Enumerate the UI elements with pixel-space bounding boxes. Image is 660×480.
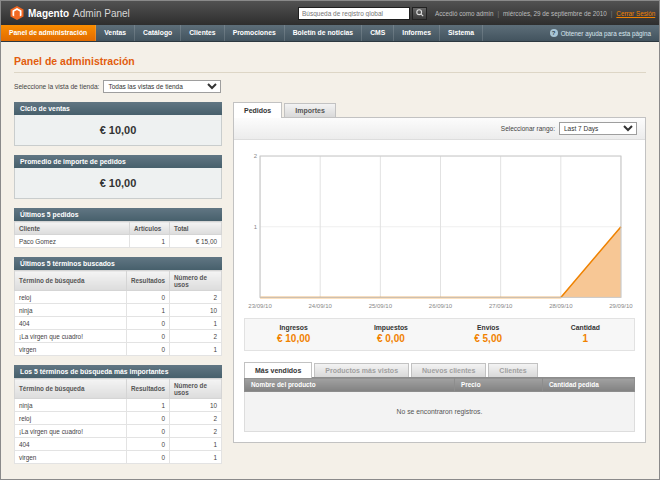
last-search-table: Término de búsqueda Resultados Número de…: [14, 270, 222, 356]
table-row[interactable]: ninja110: [15, 304, 222, 317]
current-date: miércoles, 29 de septiembre de 2010: [503, 10, 607, 17]
svg-text:1: 1: [254, 224, 258, 230]
table-row[interactable]: ¡La virgen que cuadro!02: [15, 425, 222, 438]
column-header: Total: [170, 222, 222, 235]
help-link[interactable]: ? Obtener ayuda para esta página: [542, 25, 659, 41]
bestsellers-table: Nombre del producto Precio Cantidad pedi…: [244, 377, 635, 432]
separator: |: [497, 10, 499, 17]
svg-text:25/09/10: 25/09/10: [369, 303, 393, 309]
products-tabs: Más vendidos Productos más vistos Nuevos…: [244, 362, 635, 377]
store-switcher-label: Seleccione la vista de tienda:: [14, 83, 99, 90]
top-header: Magento Admin Panel Accedió como admin |…: [1, 1, 659, 25]
orders-panel: Seleccionar rango: Last 7 Days 1223/09/1…: [233, 117, 646, 443]
column-header: Número de usos: [170, 271, 222, 291]
lifetime-sales-value: € 10,00: [14, 115, 222, 146]
table-row[interactable]: reloj02: [15, 412, 222, 425]
nav-item-cms[interactable]: CMS: [362, 25, 394, 41]
nav-item-reports[interactable]: Informes: [394, 25, 440, 41]
range-label: Seleccionar rango:: [501, 125, 555, 132]
brand-subtitle: Admin Panel: [73, 8, 130, 19]
column-header: Precio: [455, 378, 543, 392]
table-row[interactable]: virgen01: [15, 343, 222, 356]
table-row[interactable]: Paco Gomez 1 € 15,00: [15, 235, 222, 248]
global-search-button[interactable]: [412, 7, 427, 20]
average-orders-value: € 10,00: [14, 168, 222, 199]
column-header: Término de búsqueda: [15, 271, 127, 291]
chart-area: 1223/09/1024/09/1025/09/1026/09/1027/09/…: [234, 140, 645, 315]
global-search-input[interactable]: [298, 7, 410, 20]
page-content: Panel de administración Seleccione la vi…: [1, 42, 659, 473]
column-header: Resultados: [127, 271, 170, 291]
session-info: Accedió como admin | miércoles, 29 de se…: [435, 10, 655, 17]
logged-in-text: Accedió como admin: [435, 10, 493, 17]
total-shipping: Envíos € 5,00: [440, 319, 537, 350]
svg-text:24/09/10: 24/09/10: [309, 303, 333, 309]
svg-text:23/09/10: 23/09/10: [248, 303, 272, 309]
dashboard-left-column: Ciclo de ventas € 10,00 Promedio de impo…: [14, 102, 222, 473]
lifetime-sales-card: Ciclo de ventas € 10,00: [14, 102, 222, 146]
column-header: Término de búsqueda: [15, 379, 127, 399]
separator: |: [611, 10, 613, 17]
average-orders-title: Promedio de importe de pedidos: [14, 155, 222, 168]
column-header: Cliente: [15, 222, 130, 235]
nav-item-sales[interactable]: Ventas: [96, 25, 135, 41]
table-row[interactable]: reloj02: [15, 291, 222, 304]
empty-message: No se encontraron registros.: [245, 392, 635, 432]
store-view-select[interactable]: Todas las vistas de tienda: [103, 80, 221, 93]
tab-amounts[interactable]: Importes: [284, 103, 336, 117]
total-tax: Impuestos € 0,00: [342, 319, 439, 350]
top-search-card: Los 5 términos de búsqueda más important…: [14, 365, 222, 464]
last-orders-table: Cliente Artículos Total Paco Gomez 1 € 1…: [14, 221, 222, 248]
range-bar: Seleccionar rango: Last 7 Days: [234, 118, 645, 140]
svg-text:2: 2: [254, 153, 258, 159]
top-search-title: Los 5 términos de búsqueda más important…: [14, 365, 222, 378]
svg-text:28/09/10: 28/09/10: [549, 303, 573, 309]
main-nav: Panel de administración Ventas Catálogo …: [1, 25, 659, 42]
page-title: Panel de administración: [14, 55, 646, 67]
tab-customers[interactable]: Clientes: [488, 363, 537, 377]
orders-chart: 1223/09/1024/09/1025/09/1026/09/1027/09/…: [244, 148, 635, 313]
help-label: Obtener ayuda para esta página: [561, 30, 651, 37]
last-search-card: Últimos 5 términos buscados Término de b…: [14, 257, 222, 356]
table-row[interactable]: 40401: [15, 317, 222, 330]
magento-logo-icon: [10, 6, 24, 20]
store-switcher: Seleccione la vista de tienda: Todas las…: [14, 80, 646, 93]
column-header: Artículos: [130, 222, 170, 235]
tab-new-customers[interactable]: Nuevos clientes: [411, 363, 486, 377]
last-orders-title: Últimos 5 pedidos: [14, 208, 222, 221]
range-select[interactable]: Last 7 Days: [559, 122, 637, 135]
table-row[interactable]: 40401: [15, 438, 222, 451]
nav-item-system[interactable]: Sistema: [440, 25, 483, 41]
column-header: Número de usos: [170, 379, 222, 399]
total-quantity: Cantidad 1: [537, 319, 634, 350]
column-header: Resultados: [127, 379, 170, 399]
nav-item-promotions[interactable]: Promociones: [225, 25, 285, 41]
global-search: [298, 7, 427, 20]
brand: Magento Admin Panel: [10, 6, 160, 20]
nav-item-dashboard[interactable]: Panel de administración: [1, 25, 96, 41]
svg-text:29/09/10: 29/09/10: [609, 303, 633, 309]
brand-name: Magento: [28, 8, 69, 19]
logout-link[interactable]: Cerrar Sesión: [616, 10, 655, 17]
table-row[interactable]: ninja110: [15, 399, 222, 412]
last-search-title: Últimos 5 términos buscados: [14, 257, 222, 270]
magento-admin-window: Magento Admin Panel Accedió como admin |…: [0, 0, 660, 480]
lifetime-sales-title: Ciclo de ventas: [14, 102, 222, 115]
empty-row: No se encontraron registros.: [245, 392, 635, 432]
table-row[interactable]: ¡La virgen que cuadro!02: [15, 330, 222, 343]
top-search-table: Término de búsqueda Resultados Número de…: [14, 378, 222, 464]
nav-item-customers[interactable]: Clientes: [181, 25, 224, 41]
nav-item-newsletter[interactable]: Boletín de noticias: [285, 25, 362, 41]
svg-text:27/09/10: 27/09/10: [489, 303, 513, 309]
dashboard-right-column: Pedidos Importes Seleccionar rango: Last…: [233, 102, 646, 473]
totals-bar: Ingresos € 10,00 Impuestos € 0,00 Envíos…: [244, 318, 635, 351]
help-icon: ?: [550, 29, 558, 37]
nav-item-catalog[interactable]: Catálogo: [135, 25, 181, 41]
tab-bestsellers[interactable]: Más vendidos: [244, 362, 312, 378]
average-orders-card: Promedio de importe de pedidos € 10,00: [14, 155, 222, 199]
tab-most-viewed[interactable]: Productos más vistos: [314, 363, 409, 377]
table-row[interactable]: virgen01: [15, 451, 222, 464]
chart-tabs: Pedidos Importes: [233, 102, 646, 117]
last-orders-card: Últimos 5 pedidos Cliente Artículos Tota…: [14, 208, 222, 248]
tab-orders[interactable]: Pedidos: [233, 102, 282, 118]
